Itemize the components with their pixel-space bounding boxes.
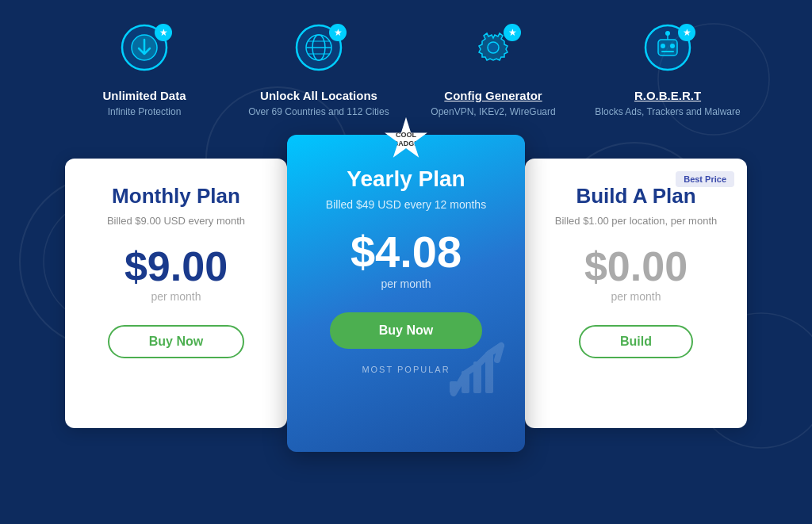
- yearly-plan-per-month: per month: [309, 277, 503, 290]
- star-badge-data: ★: [155, 24, 172, 41]
- build-plan-billed: Billed $1.00 per location, per month: [547, 215, 725, 227]
- yearly-plan-billed: Billed $49 USD every 12 months: [309, 198, 503, 211]
- monthly-plan-title: Monthly Plan: [87, 184, 265, 208]
- build-plan-price: $0.00: [547, 246, 725, 287]
- feature-unlimited-data-icon-wrapper: ★: [117, 24, 172, 79]
- feature-unlock-locations-subtitle: Over 69 Countries and 112 Cities: [248, 105, 389, 119]
- feature-config-generator-title: Config Generator: [444, 89, 542, 102]
- feature-unlimited-data: ★ Unlimited Data Infinite Protection: [57, 24, 232, 119]
- feature-robert-subtitle: Blocks Ads, Trackers and Malware: [595, 105, 740, 119]
- svg-rect-25: [473, 361, 481, 393]
- best-price-badge: Best Price: [676, 171, 734, 187]
- feature-unlock-locations-title: Unlock All Locations: [260, 89, 377, 102]
- svg-rect-24: [462, 371, 469, 393]
- monthly-plan-per-month: per month: [87, 290, 265, 303]
- yearly-plan-title: Yearly Plan: [309, 166, 503, 192]
- card-monthly: Monthly Plan Billed $9.00 USD every mont…: [65, 159, 287, 428]
- feature-robert-title: R.O.B.E.R.T: [634, 89, 701, 102]
- card-build: Best Price Build A Plan Billed $1.00 per…: [525, 159, 747, 428]
- build-button[interactable]: Build: [579, 325, 693, 358]
- card-yearly: COOLBADGE Yearly Plan Billed $49 USD eve…: [287, 135, 525, 452]
- feature-unlimited-data-subtitle: Infinite Protection: [108, 105, 182, 119]
- svg-rect-23: [450, 381, 458, 393]
- feature-config-generator: ★ Config Generator OpenVPN, IKEv2, WireG…: [406, 24, 580, 119]
- star-badge-locations: ★: [329, 24, 347, 41]
- star-badge-robert: ★: [678, 24, 695, 41]
- svg-rect-26: [485, 352, 493, 393]
- monthly-plan-billed: Billed $9.00 USD every month: [87, 215, 265, 227]
- page-wrapper: ★ Unlimited Data Infinite Protection ★ U…: [0, 0, 812, 468]
- build-plan-title: Build A Plan: [547, 184, 725, 208]
- svg-point-19: [670, 44, 675, 48]
- feature-unlimited-data-title: Unlimited Data: [102, 89, 186, 102]
- pricing-container: Monthly Plan Billed $9.00 USD every mont…: [32, 151, 780, 436]
- monthly-buy-button[interactable]: Buy Now: [108, 325, 244, 358]
- svg-point-18: [661, 44, 665, 48]
- svg-point-15: [488, 42, 499, 53]
- feature-config-generator-subtitle: OpenVPN, IKEv2, WireGuard: [431, 105, 555, 119]
- yearly-plan-price: $4.08: [309, 230, 503, 274]
- svg-rect-20: [661, 51, 674, 52]
- monthly-plan-price: $9.00: [87, 246, 265, 287]
- feature-robert-icon-wrapper: ★: [640, 24, 695, 79]
- build-plan-per-month: per month: [547, 290, 725, 303]
- feature-config-generator-icon-wrapper: ★: [465, 24, 521, 79]
- svg-rect-17: [658, 40, 677, 55]
- star-badge-config: ★: [504, 24, 521, 41]
- feature-unlock-locations-icon-wrapper: ★: [291, 24, 347, 79]
- svg-point-22: [665, 31, 670, 36]
- yearly-watermark: [446, 338, 509, 404]
- feature-unlock-locations: ★ Unlock All Locations Over 69 Countries…: [232, 24, 406, 119]
- features-row: ★ Unlimited Data Infinite Protection ★ U…: [32, 24, 780, 119]
- feature-robert: ★ R.O.B.E.R.T Blocks Ads, Trackers and M…: [580, 24, 755, 119]
- cool-badge: COOLBADGE: [384, 117, 428, 162]
